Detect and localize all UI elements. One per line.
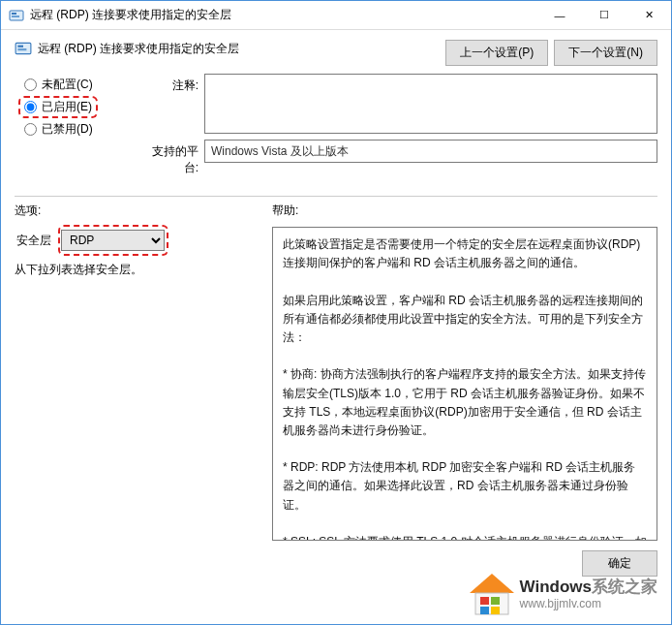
minimize-button[interactable]: — [537, 1, 582, 30]
radio-disabled-label: 已禁用(D) [42, 121, 93, 138]
settings-icon [9, 8, 24, 23]
security-layer-select[interactable]: RDP [61, 230, 165, 251]
ok-button[interactable]: 确定 [582, 550, 657, 577]
radio-enabled[interactable]: 已启用(E) [15, 96, 129, 118]
comment-textarea[interactable] [204, 74, 657, 134]
close-button[interactable]: ✕ [626, 1, 671, 30]
svg-rect-4 [17, 46, 23, 47]
settings-icon [15, 40, 32, 57]
help-text: 此策略设置指定是否需要使用一个特定的安全层在远程桌面协议(RDP)连接期间保护的… [272, 227, 657, 541]
options-hint: 从下拉列表选择安全层。 [15, 262, 264, 278]
next-setting-button[interactable]: 下一个设置(N) [554, 40, 657, 66]
svg-rect-5 [17, 48, 26, 50]
radio-enabled-input[interactable] [24, 101, 37, 113]
svg-rect-1 [12, 13, 16, 15]
svg-rect-9 [491, 597, 500, 605]
previous-setting-button[interactable]: 上一个设置(P) [445, 40, 548, 66]
svg-rect-8 [480, 597, 489, 605]
help-section-label: 帮助: [272, 203, 657, 219]
svg-rect-11 [491, 607, 500, 614]
header: 远程 (RDP) 连接要求使用指定的安全层 [15, 40, 239, 57]
svg-rect-2 [12, 16, 19, 17]
page-title: 远程 (RDP) 连接要求使用指定的安全层 [38, 41, 239, 57]
svg-marker-6 [470, 574, 514, 593]
watermark-brand-en: Windows [520, 578, 592, 596]
titlebar: 远程 (RDP) 连接要求使用指定的安全层 — ☐ ✕ [1, 1, 671, 30]
radio-enabled-label: 已启用(E) [42, 99, 92, 115]
svg-rect-7 [475, 593, 508, 614]
options-section-label: 选项: [15, 203, 272, 219]
house-icon [466, 570, 518, 618]
divider [15, 196, 657, 197]
watermark-logo: Windows系统之家 www.bjjmlv.com [466, 570, 657, 618]
configuration-radio-group: 未配置(C) 已启用(E) 已禁用(D) [15, 74, 129, 141]
platform-label: 支持的平台: [138, 140, 204, 176]
window-title: 远程 (RDP) 连接要求使用指定的安全层 [30, 7, 537, 23]
radio-disabled[interactable]: 已禁用(D) [15, 118, 129, 141]
watermark-brand-cn: 系统之家 [592, 578, 657, 596]
security-layer-label: 安全层 [15, 233, 61, 249]
radio-disabled-input[interactable] [24, 123, 37, 136]
radio-not-configured-input[interactable] [24, 78, 37, 91]
radio-not-configured[interactable]: 未配置(C) [15, 74, 129, 96]
supported-platform-value: Windows Vista 及以上版本 [204, 140, 657, 163]
maximize-button[interactable]: ☐ [582, 1, 626, 30]
comment-label: 注释: [138, 74, 204, 94]
watermark-brand: Windows系统之家 [520, 578, 657, 597]
svg-rect-10 [480, 607, 489, 614]
radio-not-configured-label: 未配置(C) [42, 77, 93, 93]
watermark-url: www.bjjmlv.com [520, 597, 657, 610]
